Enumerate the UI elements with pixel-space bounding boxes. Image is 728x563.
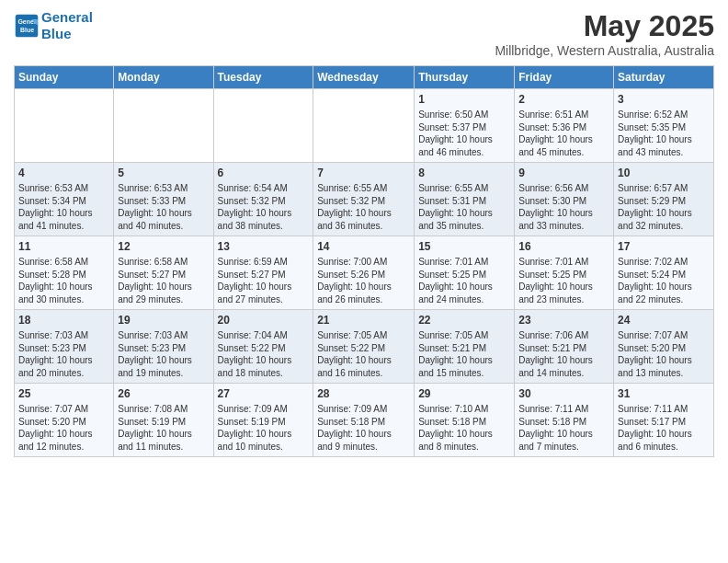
day-header-monday: Monday [114, 66, 213, 89]
calendar-cell [114, 89, 213, 163]
calendar-cell [15, 89, 114, 163]
day-number: 17 [618, 239, 710, 254]
calendar-week-row: 1Sunrise: 6:50 AM Sunset: 5:37 PM Daylig… [15, 89, 714, 163]
day-info: Sunrise: 7:06 AM Sunset: 5:21 PM Dayligh… [518, 329, 609, 379]
day-info: Sunrise: 7:08 AM Sunset: 5:19 PM Dayligh… [118, 403, 209, 453]
calendar-cell: 19Sunrise: 7:03 AM Sunset: 5:23 PM Dayli… [114, 310, 213, 384]
calendar-cell: 15Sunrise: 7:01 AM Sunset: 5:25 PM Dayli… [415, 236, 515, 310]
day-number: 3 [618, 92, 710, 107]
calendar-cell: 2Sunrise: 6:51 AM Sunset: 5:36 PM Daylig… [515, 89, 614, 163]
calendar-cell: 22Sunrise: 7:05 AM Sunset: 5:21 PM Dayli… [415, 310, 515, 384]
calendar-week-row: 4Sunrise: 6:53 AM Sunset: 5:34 PM Daylig… [15, 163, 714, 236]
month-title: May 2025 [495, 9, 714, 43]
calendar-week-row: 18Sunrise: 7:03 AM Sunset: 5:23 PM Dayli… [15, 310, 714, 384]
day-number: 30 [518, 386, 609, 401]
calendar-cell [213, 89, 313, 163]
day-number: 1 [418, 92, 510, 107]
day-header-friday: Friday [515, 66, 614, 89]
calendar-cell: 1Sunrise: 6:50 AM Sunset: 5:37 PM Daylig… [415, 89, 515, 163]
calendar-week-row: 11Sunrise: 6:58 AM Sunset: 5:28 PM Dayli… [15, 236, 714, 310]
day-number: 31 [618, 386, 710, 401]
day-info: Sunrise: 7:00 AM Sunset: 5:26 PM Dayligh… [317, 256, 410, 305]
day-number: 8 [418, 166, 510, 180]
day-number: 18 [18, 313, 109, 327]
calendar-cell: 10Sunrise: 6:57 AM Sunset: 5:29 PM Dayli… [614, 163, 714, 236]
day-info: Sunrise: 7:01 AM Sunset: 5:25 PM Dayligh… [418, 256, 510, 305]
day-info: Sunrise: 6:51 AM Sunset: 5:36 PM Dayligh… [518, 109, 609, 158]
calendar-cell: 8Sunrise: 6:55 AM Sunset: 5:31 PM Daylig… [415, 163, 515, 236]
day-number: 22 [418, 313, 510, 327]
calendar-cell: 18Sunrise: 7:03 AM Sunset: 5:23 PM Dayli… [15, 310, 114, 384]
day-info: Sunrise: 6:50 AM Sunset: 5:37 PM Dayligh… [418, 109, 510, 158]
day-info: Sunrise: 7:07 AM Sunset: 5:20 PM Dayligh… [18, 403, 109, 453]
calendar-cell: 29Sunrise: 7:10 AM Sunset: 5:18 PM Dayli… [415, 384, 515, 457]
calendar-cell: 7Sunrise: 6:55 AM Sunset: 5:32 PM Daylig… [313, 163, 415, 236]
calendar-table: SundayMondayTuesdayWednesdayThursdayFrid… [14, 65, 714, 457]
day-info: Sunrise: 7:03 AM Sunset: 5:23 PM Dayligh… [118, 329, 209, 379]
day-number: 27 [218, 386, 310, 401]
calendar-cell: 27Sunrise: 7:09 AM Sunset: 5:19 PM Dayli… [213, 384, 313, 457]
calendar-cell: 11Sunrise: 6:58 AM Sunset: 5:28 PM Dayli… [15, 236, 114, 310]
day-info: Sunrise: 6:53 AM Sunset: 5:33 PM Dayligh… [118, 182, 209, 232]
day-number: 25 [18, 386, 109, 401]
calendar-cell: 5Sunrise: 6:53 AM Sunset: 5:33 PM Daylig… [114, 163, 213, 236]
day-number: 2 [518, 92, 609, 107]
day-header-thursday: Thursday [415, 66, 515, 89]
day-number: 24 [618, 313, 710, 327]
calendar-week-row: 25Sunrise: 7:07 AM Sunset: 5:20 PM Dayli… [15, 384, 714, 457]
calendar-cell: 25Sunrise: 7:07 AM Sunset: 5:20 PM Dayli… [15, 384, 114, 457]
calendar-cell: 31Sunrise: 7:11 AM Sunset: 5:17 PM Dayli… [614, 384, 714, 457]
calendar-cell: 23Sunrise: 7:06 AM Sunset: 5:21 PM Dayli… [515, 310, 614, 384]
calendar-cell: 28Sunrise: 7:09 AM Sunset: 5:18 PM Dayli… [313, 384, 415, 457]
calendar-cell: 17Sunrise: 7:02 AM Sunset: 5:24 PM Dayli… [614, 236, 714, 310]
day-header-saturday: Saturday [614, 66, 714, 89]
day-number: 4 [18, 166, 109, 180]
svg-text:Blue: Blue [20, 27, 34, 33]
day-number: 26 [118, 386, 209, 401]
day-number: 9 [518, 166, 609, 180]
day-info: Sunrise: 7:03 AM Sunset: 5:23 PM Dayligh… [18, 329, 109, 379]
logo: General Blue General Blue [14, 9, 93, 42]
day-header-wednesday: Wednesday [313, 66, 415, 89]
day-info: Sunrise: 6:55 AM Sunset: 5:32 PM Dayligh… [317, 182, 410, 232]
day-number: 5 [118, 166, 209, 180]
calendar-cell: 21Sunrise: 7:05 AM Sunset: 5:22 PM Dayli… [313, 310, 415, 384]
calendar-cell: 24Sunrise: 7:07 AM Sunset: 5:20 PM Dayli… [614, 310, 714, 384]
logo-text: General Blue [41, 9, 93, 42]
calendar-cell: 26Sunrise: 7:08 AM Sunset: 5:19 PM Dayli… [114, 384, 213, 457]
day-info: Sunrise: 7:01 AM Sunset: 5:25 PM Dayligh… [518, 256, 609, 305]
calendar-cell: 16Sunrise: 7:01 AM Sunset: 5:25 PM Dayli… [515, 236, 614, 310]
day-info: Sunrise: 6:58 AM Sunset: 5:27 PM Dayligh… [118, 256, 209, 305]
calendar-cell: 4Sunrise: 6:53 AM Sunset: 5:34 PM Daylig… [15, 163, 114, 236]
day-info: Sunrise: 7:07 AM Sunset: 5:20 PM Dayligh… [618, 329, 710, 379]
day-info: Sunrise: 7:04 AM Sunset: 5:22 PM Dayligh… [218, 329, 310, 379]
calendar-cell: 3Sunrise: 6:52 AM Sunset: 5:35 PM Daylig… [614, 89, 714, 163]
location-subtitle: Millbridge, Western Australia, Australia [495, 43, 714, 58]
calendar-cell: 20Sunrise: 7:04 AM Sunset: 5:22 PM Dayli… [213, 310, 313, 384]
day-number: 15 [418, 239, 510, 254]
day-number: 11 [18, 239, 109, 254]
day-info: Sunrise: 6:53 AM Sunset: 5:34 PM Dayligh… [18, 182, 109, 232]
day-info: Sunrise: 7:05 AM Sunset: 5:21 PM Dayligh… [418, 329, 510, 379]
day-info: Sunrise: 6:52 AM Sunset: 5:35 PM Dayligh… [618, 109, 710, 158]
day-number: 29 [418, 386, 510, 401]
day-number: 20 [218, 313, 310, 327]
day-number: 12 [118, 239, 209, 254]
day-info: Sunrise: 6:58 AM Sunset: 5:28 PM Dayligh… [18, 256, 109, 305]
day-info: Sunrise: 6:57 AM Sunset: 5:29 PM Dayligh… [618, 182, 710, 232]
day-number: 16 [518, 239, 609, 254]
day-number: 7 [317, 166, 410, 180]
day-number: 6 [218, 166, 310, 180]
calendar-cell: 30Sunrise: 7:11 AM Sunset: 5:18 PM Dayli… [515, 384, 614, 457]
calendar-cell: 6Sunrise: 6:54 AM Sunset: 5:32 PM Daylig… [213, 163, 313, 236]
calendar-header-row: SundayMondayTuesdayWednesdayThursdayFrid… [15, 66, 714, 89]
day-info: Sunrise: 7:05 AM Sunset: 5:22 PM Dayligh… [317, 329, 410, 379]
calendar-cell: 13Sunrise: 6:59 AM Sunset: 5:27 PM Dayli… [213, 236, 313, 310]
day-info: Sunrise: 6:56 AM Sunset: 5:30 PM Dayligh… [518, 182, 609, 232]
day-number: 10 [618, 166, 710, 180]
day-info: Sunrise: 6:54 AM Sunset: 5:32 PM Dayligh… [218, 182, 310, 232]
day-header-sunday: Sunday [15, 66, 114, 89]
day-number: 13 [218, 239, 310, 254]
day-number: 21 [317, 313, 410, 327]
title-area: May 2025 Millbridge, Western Australia, … [495, 9, 714, 58]
